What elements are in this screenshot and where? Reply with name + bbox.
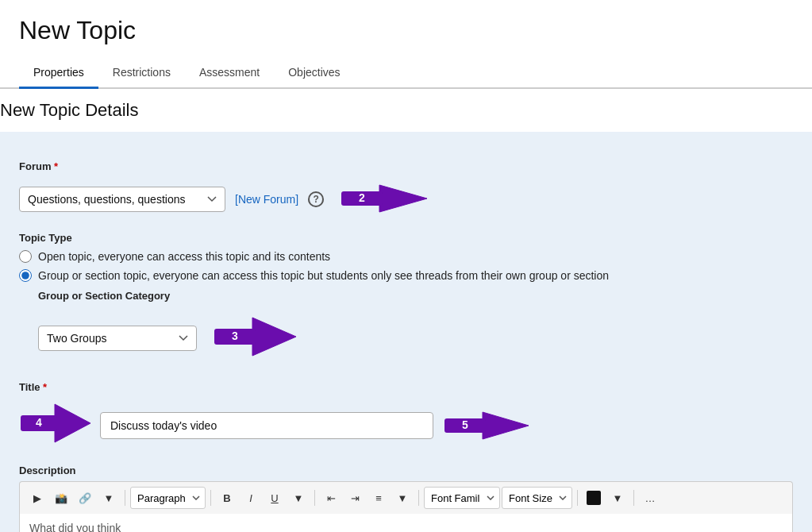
radio-group-label: Group or section topic, everyone can acc… xyxy=(38,269,609,282)
title-group: Title * 4 xyxy=(19,381,793,453)
radio-open-option[interactable]: Open topic, everyone can access this top… xyxy=(19,250,793,263)
page-header: New Topic xyxy=(0,0,812,58)
svg-marker-5 xyxy=(252,318,296,356)
toolbar-divider-6 xyxy=(633,490,634,506)
toolbar-divider-5 xyxy=(577,490,578,506)
paragraph-style-dropdown[interactable]: Paragraph xyxy=(130,487,206,509)
new-forum-link[interactable]: [New Forum] xyxy=(235,193,298,206)
group-section-category: Group or Section Category Two Groups xyxy=(38,290,793,370)
group-category-label: Group or Section Category xyxy=(38,290,793,302)
radio-open[interactable] xyxy=(19,250,32,263)
editor-placeholder: What did you think xyxy=(29,522,121,532)
arrow-2-annotation: 2 xyxy=(340,177,435,221)
svg-text:3: 3 xyxy=(232,330,238,342)
group-category-dropdown[interactable]: Two Groups xyxy=(38,326,197,351)
section-header: New Topic Details xyxy=(0,89,812,132)
svg-text:2: 2 xyxy=(359,191,365,204)
more-format-btn[interactable]: ▼ xyxy=(287,487,310,509)
inner-form: Forum * Questions, questions, questions … xyxy=(19,148,793,532)
toolbar-divider-3 xyxy=(314,490,315,506)
topic-type-label: Topic Type xyxy=(19,232,793,244)
color-swatch xyxy=(587,491,601,505)
video-icon-btn[interactable]: ▶ xyxy=(26,487,48,509)
help-icon[interactable]: ? xyxy=(308,191,324,207)
toolbar-divider-1 xyxy=(125,490,125,506)
required-star: * xyxy=(51,160,58,172)
arrow-3-annotation: 3 xyxy=(213,306,300,370)
tab-objectives[interactable]: Objectives xyxy=(274,58,354,89)
more-insert-btn[interactable]: ▼ xyxy=(98,487,120,509)
indent-btn[interactable]: ⇥ xyxy=(344,487,366,509)
forum-dropdown[interactable]: Questions, questions, questions xyxy=(19,187,225,212)
svg-text:4: 4 xyxy=(36,416,42,429)
forum-label: Forum * xyxy=(19,160,793,172)
arrow-5-annotation: 5 xyxy=(443,404,530,448)
topic-type-group: Topic Type Open topic, everyone can acce… xyxy=(19,232,793,370)
section-title: New Topic Details xyxy=(0,89,157,131)
main-content: Forum * Questions, questions, questions … xyxy=(0,132,812,532)
tabs-bar: Properties Restrictions Assessment Objec… xyxy=(0,58,812,89)
description-label: Description xyxy=(19,465,793,476)
page-title: New Topic xyxy=(19,16,793,45)
image-icon-btn[interactable]: 📸 xyxy=(50,487,72,509)
editor-toolbar: ▶ 📸 🔗 ▼ Paragraph xyxy=(19,481,793,514)
more-options-btn[interactable]: … xyxy=(639,487,661,509)
tab-assessment[interactable]: Assessment xyxy=(185,58,274,89)
arrow-4-annotation: 4 xyxy=(19,398,90,453)
description-editor[interactable]: What did you think xyxy=(19,514,793,532)
radio-open-label: Open topic, everyone can access this top… xyxy=(38,250,330,263)
link-icon-btn[interactable]: 🔗 xyxy=(74,487,96,509)
toolbar-divider-4 xyxy=(418,490,419,506)
title-required-star: * xyxy=(40,381,48,393)
title-label: Title * xyxy=(19,381,793,393)
tab-properties[interactable]: Properties xyxy=(19,58,98,89)
font-size-dropdown[interactable]: Font Size xyxy=(502,487,572,509)
italic-btn[interactable]: I xyxy=(240,487,262,509)
svg-text:5: 5 xyxy=(462,418,468,431)
radio-group[interactable] xyxy=(19,269,32,282)
toolbar-divider-2 xyxy=(210,490,211,506)
svg-marker-9 xyxy=(55,404,90,442)
more-list-btn[interactable]: ▼ xyxy=(391,487,414,509)
underline-btn[interactable]: U xyxy=(264,487,286,509)
title-input[interactable] xyxy=(100,412,433,439)
bold-btn[interactable]: B xyxy=(216,487,238,509)
align-left-btn[interactable]: ⇤ xyxy=(320,487,342,509)
forum-row: Questions, questions, questions [New For… xyxy=(19,177,793,221)
description-group: Description ▶ 📸 🔗 ▼ Par xyxy=(19,465,793,532)
svg-marker-1 xyxy=(379,185,427,212)
list-btn[interactable]: ≡ xyxy=(368,487,390,509)
radio-group-option[interactable]: Group or section topic, everyone can acc… xyxy=(19,269,793,282)
tab-restrictions[interactable]: Restrictions xyxy=(98,58,185,89)
page-container: New Topic Properties Restrictions Assess… xyxy=(0,0,812,532)
color-btn[interactable] xyxy=(583,487,605,509)
color-dropdown-btn[interactable]: ▼ xyxy=(606,487,629,509)
forum-group: Forum * Questions, questions, questions … xyxy=(19,160,793,221)
radio-group: Open topic, everyone can access this top… xyxy=(19,250,793,282)
font-family-dropdown[interactable]: Font Famil xyxy=(424,487,500,509)
svg-marker-13 xyxy=(483,412,529,439)
